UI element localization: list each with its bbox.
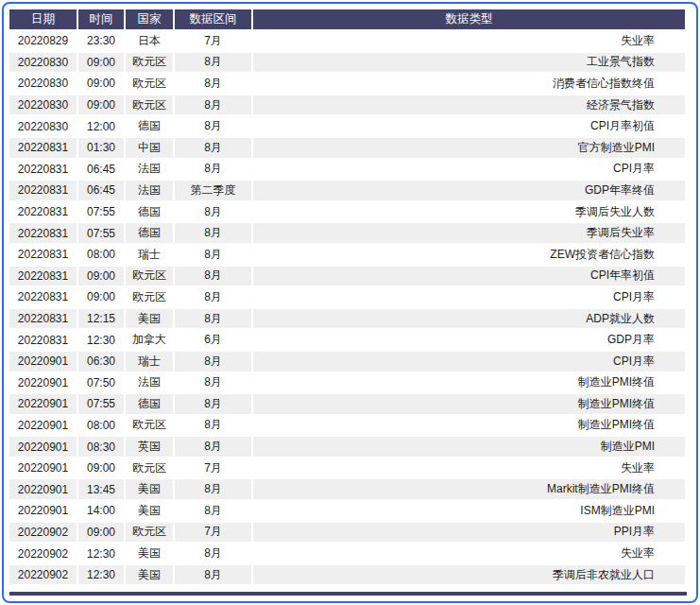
cell-country: 欧元区: [126, 267, 173, 286]
cell-date: 20220831: [9, 287, 77, 307]
cell-time: 07:50: [78, 373, 124, 393]
cell-type: 制造业PMI终值: [253, 373, 685, 393]
cell-type: 经济景气指数: [253, 95, 685, 115]
cell-date: 20220831: [9, 309, 77, 329]
cell-time: 09:00: [78, 95, 124, 115]
cell-time: 07:55: [78, 223, 124, 243]
cell-country: 美国: [126, 309, 173, 329]
cell-time: 12:15: [78, 309, 124, 329]
cell-country: 法国: [126, 160, 173, 180]
cell-type: 官方制造业PMI: [253, 138, 685, 158]
cell-time: 07:55: [78, 394, 124, 414]
cell-date: 20220831: [9, 223, 77, 243]
cell-period: 8月: [175, 544, 251, 563]
cell-country: 法国: [126, 181, 173, 200]
cell-type: 制造业PMI终值: [253, 416, 685, 436]
cell-type: 制造业PMI终值: [253, 394, 685, 414]
table-row: 2022083009:00欧元区8月经济景气指数: [9, 95, 685, 115]
cell-period: 第二季度: [175, 181, 251, 200]
cell-country: 德国: [126, 394, 173, 414]
cell-period: 8月: [175, 437, 251, 457]
cell-period: 8月: [175, 223, 251, 243]
cell-time: 09:00: [78, 53, 124, 73]
table-row: 2022083112:15美国8月ADP就业人数: [9, 309, 685, 329]
cell-time: 12:30: [78, 330, 124, 350]
table-row: 2022083109:00欧元区8月CPI年率初值: [9, 267, 685, 286]
cell-country: 美国: [126, 544, 173, 563]
cell-period: 8月: [175, 95, 251, 115]
cell-period: 8月: [175, 352, 251, 372]
table-bottom-border-bar: [9, 592, 687, 596]
cell-type: Markit制造业PMI终值: [253, 479, 685, 499]
cell-date: 20220901: [9, 437, 77, 457]
cell-country: 中国: [126, 138, 173, 158]
cell-date: 20220830: [9, 116, 77, 136]
table-row: 2022090114:00美国8月ISM制造业PMI: [9, 501, 685, 521]
cell-country: 欧元区: [126, 74, 173, 94]
table-row: 2022090107:50法国8月制造业PMI终值: [9, 373, 685, 393]
cell-date: 20220901: [9, 394, 77, 414]
cell-time: 09:00: [78, 523, 124, 543]
cell-period: 7月: [175, 458, 251, 478]
table-row: 2022083107:55德国8月季调后失业率: [9, 223, 685, 243]
cell-date: 20220829: [9, 31, 77, 51]
cell-type: GDP年率终值: [253, 181, 685, 200]
cell-country: 美国: [126, 479, 173, 499]
cell-country: 瑞士: [126, 245, 173, 265]
table-row: 2022083112:30加拿大6月GDP月率: [9, 330, 685, 350]
cell-time: 08:30: [78, 437, 124, 457]
cell-type: CPI年率初值: [253, 267, 685, 286]
cell-time: 06:30: [78, 352, 124, 372]
cell-date: 20220901: [9, 501, 77, 521]
cell-type: 失业率: [253, 31, 685, 51]
table-row: 2022083106:45法国8月CPI月率: [9, 160, 685, 180]
cell-type: 消费者信心指数终值: [253, 74, 685, 94]
cell-country: 美国: [126, 565, 173, 585]
cell-date: 20220830: [9, 95, 77, 115]
cell-type: 季调后失业率: [253, 223, 685, 243]
cell-date: 20220901: [9, 458, 77, 478]
cell-period: 7月: [175, 31, 251, 51]
table-row: 2022090107:55德国8月制造业PMI终值: [9, 394, 685, 414]
table-row: 2022090106:30瑞士8月CPI月率: [9, 352, 685, 372]
cell-date: 20220831: [9, 330, 77, 350]
cell-country: 英国: [126, 437, 173, 457]
cell-country: 法国: [126, 373, 173, 393]
table-row: 2022090212:30美国8月季调后非农就业人口: [9, 565, 685, 585]
cell-country: 欧元区: [126, 416, 173, 436]
cell-period: 8月: [175, 116, 251, 136]
table-row: 2022090108:30英国8月制造业PMI: [9, 437, 685, 457]
cell-time: 07:55: [78, 202, 124, 222]
cell-time: 09:00: [78, 74, 124, 94]
cell-time: 14:00: [78, 501, 124, 521]
cell-date: 20220831: [9, 267, 77, 286]
table-row: 2022090212:30美国8月失业率: [9, 544, 685, 563]
cell-period: 8月: [175, 74, 251, 94]
cell-time: 01:30: [78, 138, 124, 158]
cell-country: 美国: [126, 501, 173, 521]
cell-country: 瑞士: [126, 352, 173, 372]
cell-date: 20220901: [9, 479, 77, 499]
cell-date: 20220831: [9, 160, 77, 180]
cell-country: 欧元区: [126, 523, 173, 543]
cell-time: 08:00: [78, 245, 124, 265]
cell-date: 20220901: [9, 373, 77, 393]
cell-type: 制造业PMI: [253, 437, 685, 457]
cell-type: 失业率: [253, 458, 685, 478]
cell-period: 7月: [175, 523, 251, 543]
table-row: 2022083108:00瑞士8月ZEW投资者信心指数: [9, 245, 685, 265]
cell-country: 欧元区: [126, 458, 173, 478]
table-row: 2022083101:30中国8月官方制造业PMI: [9, 138, 685, 158]
column-header-period: 数据区间: [175, 9, 251, 29]
cell-country: 加拿大: [126, 330, 173, 350]
cell-type: PPI月率: [253, 523, 685, 543]
column-header-time: 时间: [78, 9, 124, 29]
cell-time: 09:00: [78, 267, 124, 286]
cell-period: 8月: [175, 160, 251, 180]
cell-type: CPI月率初值: [253, 116, 685, 136]
cell-period: 8月: [175, 267, 251, 286]
cell-time: 12:30: [78, 565, 124, 585]
cell-time: 12:30: [78, 544, 124, 563]
cell-period: 8月: [175, 565, 251, 585]
cell-type: 季调后失业人数: [253, 202, 685, 222]
